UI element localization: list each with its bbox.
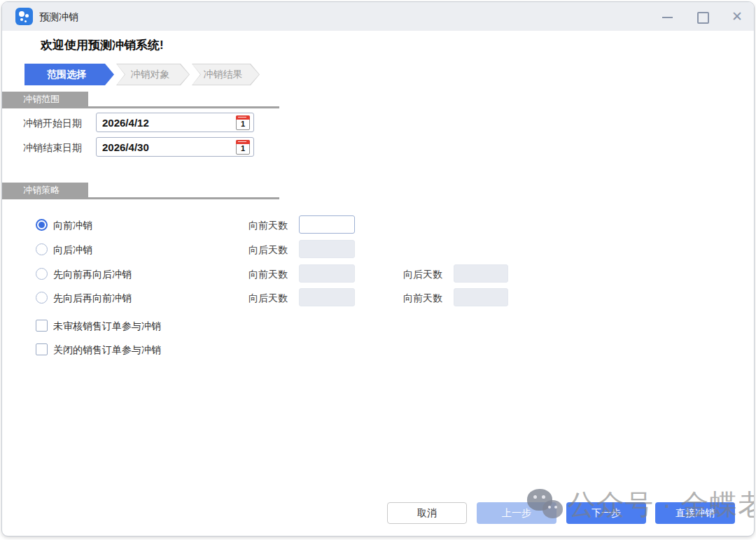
radio-backward[interactable] bbox=[36, 243, 48, 255]
calendar-icon[interactable]: 1 bbox=[236, 115, 250, 130]
btf-forward-days-input bbox=[454, 289, 507, 306]
maximize-icon[interactable] bbox=[695, 10, 709, 24]
start-date-field[interactable]: 1 bbox=[96, 113, 254, 132]
radio-backward-label: 向后冲销 bbox=[53, 244, 92, 257]
backward-days-field bbox=[299, 240, 355, 258]
section-title-strategy: 冲销策略 bbox=[2, 183, 88, 197]
direct-writeoff-button[interactable]: 直接冲销 bbox=[655, 502, 735, 524]
checkbox-unaudited-orders-label: 未审核销售订单参与冲销 bbox=[53, 320, 161, 333]
checkbox-closed-orders-label: 关闭的销售订单参与冲销 bbox=[53, 344, 161, 357]
end-date-label: 冲销结束日期 bbox=[23, 142, 82, 155]
ftb-backward-days-label: 向后天数 bbox=[403, 269, 442, 281]
wizard-step-range[interactable]: 范围选择 bbox=[24, 64, 114, 85]
backward-days-input bbox=[300, 241, 354, 257]
forward-days-input[interactable] bbox=[300, 216, 354, 233]
forward-days-label: 向前天数 bbox=[248, 220, 288, 232]
radio-forward[interactable] bbox=[36, 219, 48, 231]
btf-backward-days-field bbox=[299, 288, 355, 306]
app-logo-icon bbox=[15, 8, 33, 25]
previous-step-button[interactable]: 上一步 bbox=[477, 502, 556, 524]
ftb-backward-days-field bbox=[454, 264, 508, 283]
radio-backward-then-forward-label: 先向后再向前冲销 bbox=[53, 292, 132, 305]
checkbox-unaudited-orders[interactable] bbox=[36, 320, 48, 332]
page-title: 欢迎使用预测冲销系统! bbox=[41, 37, 164, 53]
radio-forward-label: 向前冲销 bbox=[53, 220, 92, 232]
ftb-forward-days-input bbox=[300, 265, 354, 282]
dialog-window: 预测冲销 ✕ 欢迎使用预测冲销系统! 范围选择 冲销对象 冲销结果 bbox=[1, 1, 755, 537]
ftb-forward-days-label: 向前天数 bbox=[248, 269, 288, 281]
end-date-input[interactable] bbox=[102, 138, 225, 156]
ftb-backward-days-input bbox=[454, 265, 507, 282]
forward-days-field[interactable] bbox=[299, 215, 355, 234]
backward-days-label: 向后天数 bbox=[248, 244, 288, 257]
window-title: 预测冲销 bbox=[39, 11, 78, 24]
close-icon[interactable]: ✕ bbox=[730, 10, 744, 24]
cancel-button[interactable]: 取消 bbox=[387, 502, 467, 524]
btf-backward-days-input bbox=[300, 289, 354, 306]
calendar-icon[interactable]: 1 bbox=[236, 140, 250, 155]
end-date-field[interactable]: 1 bbox=[96, 137, 254, 157]
checkbox-closed-orders[interactable] bbox=[36, 343, 48, 355]
section-header-range: 冲销范围 bbox=[2, 92, 279, 108]
btf-backward-days-label: 向后天数 bbox=[248, 292, 288, 305]
radio-forward-then-backward-label: 先向前再向后冲销 bbox=[53, 269, 132, 281]
radio-backward-then-forward[interactable] bbox=[36, 292, 48, 304]
start-date-input[interactable] bbox=[102, 113, 225, 132]
ftb-forward-days-field bbox=[299, 264, 355, 283]
minimize-icon[interactable] bbox=[660, 10, 674, 24]
window-controls: ✕ bbox=[660, 2, 744, 31]
btf-forward-days-field bbox=[454, 288, 508, 306]
wizard-step-result[interactable]: 冲销结果 bbox=[192, 64, 260, 85]
section-title-range: 冲销范围 bbox=[2, 92, 88, 106]
radio-forward-then-backward[interactable] bbox=[36, 268, 48, 280]
next-step-button[interactable]: 下一步 bbox=[566, 502, 646, 524]
section-header-strategy: 冲销策略 bbox=[2, 183, 279, 199]
start-date-label: 冲销开始日期 bbox=[23, 118, 82, 130]
screen: 预测冲销 ✕ 欢迎使用预测冲销系统! 范围选择 冲销对象 冲销结果 bbox=[0, 0, 756, 540]
wizard-step-target[interactable]: 冲销对象 bbox=[116, 64, 190, 85]
title-bar: 预测冲销 ✕ bbox=[2, 2, 754, 31]
btf-forward-days-label: 向前天数 bbox=[403, 292, 442, 305]
